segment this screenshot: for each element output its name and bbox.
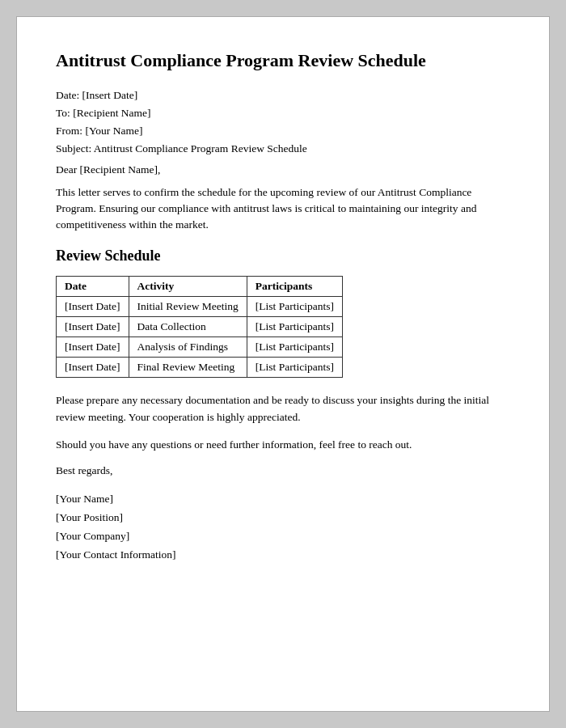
table-cell-3-0: [Insert Date]: [57, 358, 129, 378]
signature-company: [Your Company]: [56, 527, 510, 546]
document-title: Antitrust Compliance Program Review Sche…: [56, 49, 510, 73]
table-cell-2-1: Analysis of Findings: [129, 337, 247, 358]
table-cell-3-2: [List Participants]: [247, 358, 342, 378]
col-header-participants: Participants: [247, 277, 342, 297]
section-title: Review Schedule: [56, 248, 510, 265]
table-cell-1-0: [Insert Date]: [57, 317, 129, 337]
signature-name: [Your Name]: [56, 490, 510, 509]
date-line: Date: [Insert Date]: [56, 89, 510, 102]
intro-paragraph: This letter serves to confirm the schedu…: [56, 184, 510, 234]
signature-block: [Your Name] [Your Position] [Your Compan…: [56, 490, 510, 565]
salutation: Dear [Recipient Name],: [56, 163, 510, 176]
document-page: Antitrust Compliance Program Review Sche…: [16, 16, 550, 712]
to-line: To: [Recipient Name]: [56, 107, 510, 120]
col-header-date: Date: [57, 277, 129, 297]
table-cell-3-1: Final Review Meeting: [129, 358, 247, 378]
table-cell-1-1: Data Collection: [129, 317, 247, 337]
col-header-activity: Activity: [129, 277, 247, 297]
signature-contact: [Your Contact Information]: [56, 546, 510, 565]
body-paragraph-2: Should you have any questions or need fu…: [56, 437, 510, 453]
table-row: [Insert Date]Initial Review Meeting[List…: [57, 297, 343, 317]
table-cell-2-2: [List Participants]: [247, 337, 342, 358]
table-cell-0-1: Initial Review Meeting: [129, 297, 247, 317]
table-row: [Insert Date]Analysis of Findings[List P…: [57, 337, 343, 358]
schedule-table: Date Activity Participants [Insert Date]…: [56, 276, 343, 378]
table-row: [Insert Date]Final Review Meeting[List P…: [57, 358, 343, 378]
table-row: [Insert Date]Data Collection[List Partic…: [57, 317, 343, 337]
table-cell-2-0: [Insert Date]: [57, 337, 129, 358]
table-cell-0-0: [Insert Date]: [57, 297, 129, 317]
table-header-row: Date Activity Participants: [57, 277, 343, 297]
signature-position: [Your Position]: [56, 509, 510, 527]
closing: Best regards,: [56, 464, 510, 477]
body-paragraph-1: Please prepare any necessary documentati…: [56, 392, 510, 425]
subject-line: Subject: Antitrust Compliance Program Re…: [56, 142, 510, 155]
from-line: From: [Your Name]: [56, 125, 510, 138]
table-cell-1-2: [List Participants]: [247, 317, 342, 337]
table-cell-0-2: [List Participants]: [247, 297, 342, 317]
